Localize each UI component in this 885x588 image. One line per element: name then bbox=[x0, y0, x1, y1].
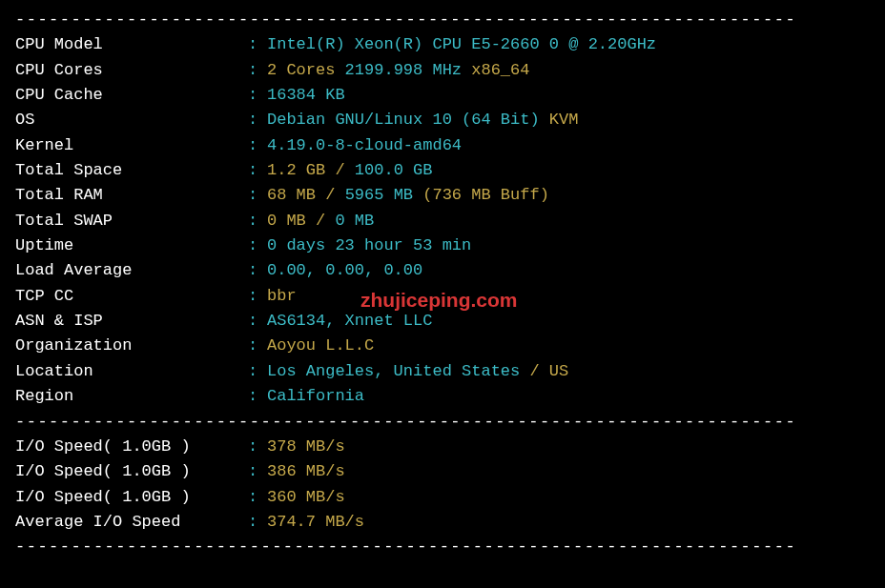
row-value: 374.7 MB/s bbox=[267, 510, 870, 535]
row-value: Intel(R) Xeon(R) CPU E5-2660 0 @ 2.20GHz bbox=[267, 32, 870, 57]
row-value: Los Angeles, United States / US bbox=[267, 359, 870, 384]
row-label: Total RAM bbox=[15, 183, 248, 208]
row-value: 378 MB/s bbox=[267, 435, 870, 459]
row-value: Debian GNU/Linux 10 (64 Bit) KVM bbox=[267, 108, 870, 132]
info-row: Location:Los Angeles, United States / US bbox=[15, 359, 870, 384]
colon: : bbox=[248, 435, 267, 459]
value-part: KVM bbox=[540, 111, 579, 129]
row-label: Region bbox=[15, 384, 248, 409]
row-label: CPU Model bbox=[15, 32, 248, 57]
colon: : bbox=[248, 133, 267, 158]
row-label: Total SWAP bbox=[15, 209, 248, 233]
row-label: I/O Speed( 1.0GB ) bbox=[15, 435, 248, 459]
value-part: 360 MB/s bbox=[267, 488, 345, 506]
row-value: 16384 KB bbox=[267, 83, 870, 108]
row-value: 0 days 23 hour 53 min bbox=[267, 233, 870, 258]
value-part: 68 MB / bbox=[267, 186, 345, 204]
colon: : bbox=[248, 459, 267, 484]
row-label: Average I/O Speed bbox=[15, 510, 248, 535]
info-row: TCP CC:bbr bbox=[15, 284, 870, 309]
row-value: bbr bbox=[267, 284, 870, 309]
value-part: 0 MB bbox=[335, 212, 374, 230]
value-part: x86_64 bbox=[471, 61, 529, 79]
value-part: (736 MB Buff) bbox=[422, 186, 549, 204]
row-label: CPU Cache bbox=[15, 83, 248, 108]
value-part: California bbox=[267, 387, 364, 405]
colon: : bbox=[248, 359, 267, 384]
divider-mid: ----------------------------------------… bbox=[15, 410, 870, 435]
value-part: 4.19.0-8-cloud-amd64 bbox=[267, 136, 462, 154]
info-row: Organization:Aoyou L.L.C bbox=[15, 334, 870, 358]
colon: : bbox=[248, 32, 267, 57]
colon: : bbox=[248, 209, 267, 233]
colon: : bbox=[248, 108, 267, 132]
io-speed-block: I/O Speed( 1.0GB ):378 MB/sI/O Speed( 1.… bbox=[15, 435, 870, 535]
info-row: Total RAM:68 MB / 5965 MB (736 MB Buff) bbox=[15, 183, 870, 208]
row-value: 0.00, 0.00, 0.00 bbox=[267, 258, 870, 283]
colon: : bbox=[248, 309, 267, 334]
colon: : bbox=[248, 83, 267, 108]
row-value: 4.19.0-8-cloud-amd64 bbox=[267, 133, 870, 158]
row-label: OS bbox=[15, 108, 248, 132]
io-row: I/O Speed( 1.0GB ):378 MB/s bbox=[15, 435, 870, 459]
value-part: 1.2 GB / bbox=[267, 161, 355, 179]
colon: : bbox=[248, 58, 267, 83]
row-label: Load Average bbox=[15, 258, 248, 283]
divider-bottom: ----------------------------------------… bbox=[15, 535, 870, 559]
row-value: AS6134, Xnnet LLC bbox=[267, 309, 870, 334]
row-label: Uptime bbox=[15, 233, 248, 258]
colon: : bbox=[248, 183, 267, 208]
info-row: CPU Cache:16384 KB bbox=[15, 83, 870, 108]
row-label: TCP CC bbox=[15, 284, 248, 309]
io-row: I/O Speed( 1.0GB ):360 MB/s bbox=[15, 485, 870, 510]
value-part: Aoyou L.L.C bbox=[267, 336, 374, 355]
value-part: 100.0 GB bbox=[355, 161, 433, 179]
info-row: CPU Cores:2 Cores 2199.998 MHz x86_64 bbox=[15, 58, 870, 83]
row-label: Kernel bbox=[15, 133, 248, 158]
row-label: Organization bbox=[15, 334, 248, 358]
colon: : bbox=[248, 334, 267, 358]
row-value: Aoyou L.L.C bbox=[267, 334, 870, 358]
io-row: I/O Speed( 1.0GB ):386 MB/s bbox=[15, 459, 870, 484]
value-part: Debian GNU/Linux 10 (64 Bit) bbox=[267, 111, 540, 129]
value-part: 386 MB/s bbox=[267, 462, 345, 480]
info-row: CPU Model:Intel(R) Xeon(R) CPU E5-2660 0… bbox=[15, 32, 870, 57]
colon: : bbox=[248, 258, 267, 283]
divider-top: ----------------------------------------… bbox=[15, 8, 870, 32]
value-part: / US bbox=[520, 362, 568, 380]
row-value: 0 MB / 0 MB bbox=[267, 209, 870, 233]
row-value: California bbox=[267, 384, 870, 409]
info-row: ASN & ISP:AS6134, Xnnet LLC bbox=[15, 309, 870, 334]
row-value: 68 MB / 5965 MB (736 MB Buff) bbox=[267, 183, 870, 208]
info-row: Total SWAP:0 MB / 0 MB bbox=[15, 209, 870, 233]
row-label: CPU Cores bbox=[15, 58, 248, 83]
colon: : bbox=[248, 158, 267, 183]
io-row: Average I/O Speed:374.7 MB/s bbox=[15, 510, 870, 535]
value-part: 0 days 23 hour 53 min bbox=[267, 236, 471, 254]
value-part: Los Angeles, United States bbox=[267, 362, 520, 380]
info-row: Total Space:1.2 GB / 100.0 GB bbox=[15, 158, 870, 183]
colon: : bbox=[248, 233, 267, 258]
colon: : bbox=[248, 485, 267, 510]
info-row: Uptime:0 days 23 hour 53 min bbox=[15, 233, 870, 258]
value-part: 378 MB/s bbox=[267, 437, 345, 456]
colon: : bbox=[248, 284, 267, 309]
info-row: OS:Debian GNU/Linux 10 (64 Bit) KVM bbox=[15, 108, 870, 132]
value-part: 2199.998 MHz bbox=[335, 61, 471, 79]
value-part: 5965 MB bbox=[345, 186, 423, 204]
colon: : bbox=[248, 510, 267, 535]
row-value: 360 MB/s bbox=[267, 485, 870, 510]
row-value: 2 Cores 2199.998 MHz x86_64 bbox=[267, 58, 870, 83]
info-row: Load Average:0.00, 0.00, 0.00 bbox=[15, 258, 870, 283]
colon: : bbox=[248, 384, 267, 409]
value-part: 374.7 MB/s bbox=[267, 513, 364, 531]
row-value: 1.2 GB / 100.0 GB bbox=[267, 158, 870, 183]
row-label: I/O Speed( 1.0GB ) bbox=[15, 459, 248, 484]
value-part: 0.00, 0.00, 0.00 bbox=[267, 261, 422, 279]
value-part: AS6134, Xnnet LLC bbox=[267, 312, 432, 330]
row-label: ASN & ISP bbox=[15, 309, 248, 334]
info-row: Kernel:4.19.0-8-cloud-amd64 bbox=[15, 133, 870, 158]
value-part: 16384 KB bbox=[267, 86, 345, 104]
value-part: Intel(R) Xeon(R) CPU E5-2660 0 @ 2.20GHz bbox=[267, 35, 656, 53]
system-info-block: CPU Model:Intel(R) Xeon(R) CPU E5-2660 0… bbox=[15, 32, 870, 409]
